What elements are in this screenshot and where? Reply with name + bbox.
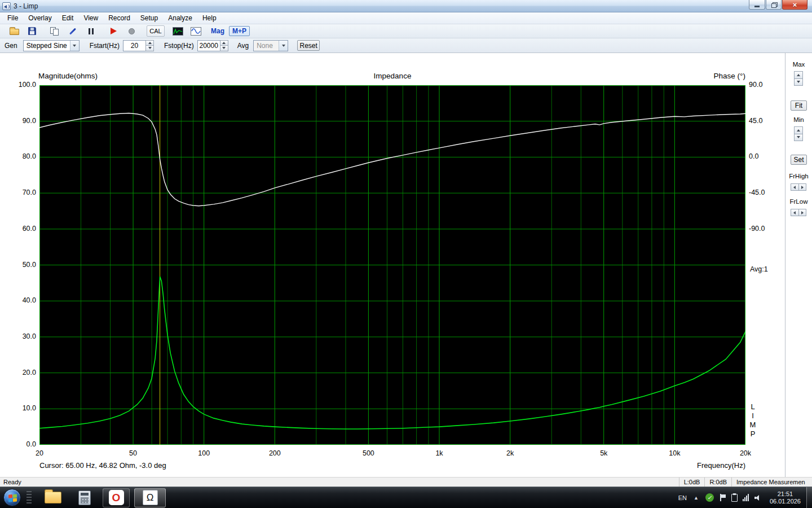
tray-network-icon[interactable] — [743, 494, 749, 501]
stop-button[interactable] — [124, 25, 139, 37]
tray-action-center-icon[interactable] — [719, 494, 726, 502]
close-icon: × — [793, 1, 797, 9]
x-axis-title: Frequency(Hz) — [633, 461, 745, 470]
menu-item-help[interactable]: Help — [197, 13, 222, 23]
max-up-button[interactable] — [794, 71, 803, 79]
copy-button[interactable] — [47, 25, 62, 37]
limp-omega-icon: Ω — [143, 490, 158, 505]
menu-item-record[interactable]: Record — [103, 13, 135, 23]
pause-button[interactable] — [83, 25, 98, 37]
start-measurement-button[interactable] — [106, 25, 121, 37]
tray-volume-icon[interactable] — [754, 494, 762, 502]
tray-expand-icon[interactable]: ▲ — [694, 495, 699, 501]
open-button[interactable] — [7, 25, 21, 37]
status-right-level: R:0dB — [704, 478, 731, 487]
y-left-tick-label: 40.0 — [8, 296, 36, 304]
set-button[interactable]: Set — [791, 155, 807, 165]
start-button[interactable] — [3, 489, 21, 506]
fstop-input-group: 20000 — [197, 40, 228, 51]
taskbar-item-opera[interactable]: O — [103, 488, 130, 507]
check-icon: ✓ — [705, 493, 714, 502]
menu-item-view[interactable]: View — [78, 13, 103, 23]
menu-item-edit[interactable]: Edit — [57, 13, 79, 23]
min-spinner — [794, 126, 803, 141]
pen-icon — [69, 28, 76, 34]
frhigh-right-button[interactable] — [799, 183, 807, 191]
set-label: Set — [793, 156, 804, 164]
fit-button[interactable]: Fit — [791, 100, 807, 111]
avg-select[interactable]: None — [253, 40, 288, 51]
taskbar-item-calculator[interactable] — [71, 488, 98, 507]
avg-label: Avg — [237, 42, 249, 50]
generator-type-select[interactable]: Stepped Sine — [23, 40, 80, 51]
status-ready: Ready — [0, 479, 679, 485]
max-spinner — [794, 71, 803, 86]
chart-panel: Magnitude(ohms) Impedance Phase (°) Avg:… — [0, 53, 785, 477]
frhigh-left-button[interactable] — [791, 183, 799, 191]
watermark-letter: I — [749, 411, 757, 421]
language-indicator[interactable]: EN — [678, 494, 687, 501]
taskbar-item-explorer[interactable] — [39, 488, 67, 507]
taskbar-item-limp[interactable]: Ω — [134, 488, 166, 507]
status-left-level: L:0dB — [679, 478, 705, 487]
mag-mode-button[interactable]: Mag — [211, 27, 224, 35]
y-left-tick-label: 70.0 — [8, 189, 36, 196]
menu-item-analyze[interactable]: Analyze — [163, 13, 197, 23]
max-down-button[interactable] — [794, 79, 803, 86]
magnitude-view-button[interactable] — [170, 25, 185, 37]
limp-watermark: L I M P — [749, 402, 757, 439]
x-tick-label: 200 — [261, 449, 289, 457]
play-icon — [111, 28, 117, 34]
restore-icon — [771, 2, 776, 7]
impedance-plot[interactable] — [39, 85, 745, 445]
show-desktop-button[interactable] — [806, 487, 812, 508]
mag-phase-mode-button[interactable]: M+P — [229, 26, 250, 36]
frlow-right-button[interactable] — [799, 209, 807, 216]
taskbar: O Ω EN ▲ ✓ 21:51 06.01.2026 — [0, 487, 812, 508]
tray-clipboard-icon[interactable] — [731, 494, 738, 502]
calibrate-button[interactable]: CAL — [147, 25, 165, 37]
y-left-tick-label: 80.0 — [8, 152, 36, 160]
frlow-left-button[interactable] — [791, 209, 799, 216]
save-button[interactable] — [25, 25, 39, 37]
fstart-up-button[interactable] — [145, 40, 154, 46]
minimize-button[interactable] — [749, 0, 765, 10]
fstop-input[interactable]: 20000 — [197, 40, 220, 51]
fstart-input[interactable]: 20 — [123, 40, 145, 51]
fstop-down-button[interactable] — [220, 46, 228, 51]
stop-icon — [129, 28, 135, 34]
folder-icon — [10, 29, 19, 35]
close-button[interactable]: × — [782, 0, 807, 10]
avg-count-text: Avg:1 — [750, 265, 768, 273]
fstop-label: Fstop(Hz) — [164, 42, 194, 50]
x-tick-label: 20k — [731, 449, 760, 457]
fit-label: Fit — [795, 102, 802, 110]
menu-item-overlay[interactable]: Overlay — [23, 13, 56, 23]
maximize-button[interactable] — [766, 0, 782, 10]
pen-button[interactable] — [65, 25, 80, 37]
fstart-down-button[interactable] — [145, 46, 154, 51]
fstart-spinner — [145, 40, 154, 51]
window-title: 3 - Limp — [14, 2, 38, 10]
fstop-up-button[interactable] — [220, 40, 228, 46]
toolbar: CAL Mag M+P — [0, 24, 812, 38]
app-icon[interactable] — [2, 2, 11, 10]
chevron-down-icon — [279, 41, 288, 51]
frhigh-spinner — [791, 183, 806, 191]
y-right-tick-label: -90.0 — [749, 225, 777, 233]
minimize-icon — [754, 6, 760, 7]
reset-button[interactable]: Reset — [297, 40, 320, 51]
x-tick-label: 2k — [496, 449, 524, 457]
taskbar-clock[interactable]: 21:51 06.01.2026 — [770, 491, 801, 505]
tray-update-icon[interactable]: ✓ — [705, 493, 714, 502]
sine-wave-icon — [191, 27, 201, 36]
menu-item-setup[interactable]: Setup — [135, 13, 163, 23]
y-right-axis-title: Phase (°) — [633, 72, 745, 80]
cursor-readout: Cursor: 65.00 Hz, 46.82 Ohm, -3.0 deg — [39, 461, 166, 470]
speaker-icon — [754, 494, 762, 502]
phase-view-button[interactable] — [188, 25, 203, 37]
taskbar-grip[interactable] — [27, 491, 32, 505]
min-down-button[interactable] — [794, 134, 803, 142]
menu-item-file[interactable]: File — [2, 13, 23, 23]
min-up-button[interactable] — [794, 126, 803, 134]
